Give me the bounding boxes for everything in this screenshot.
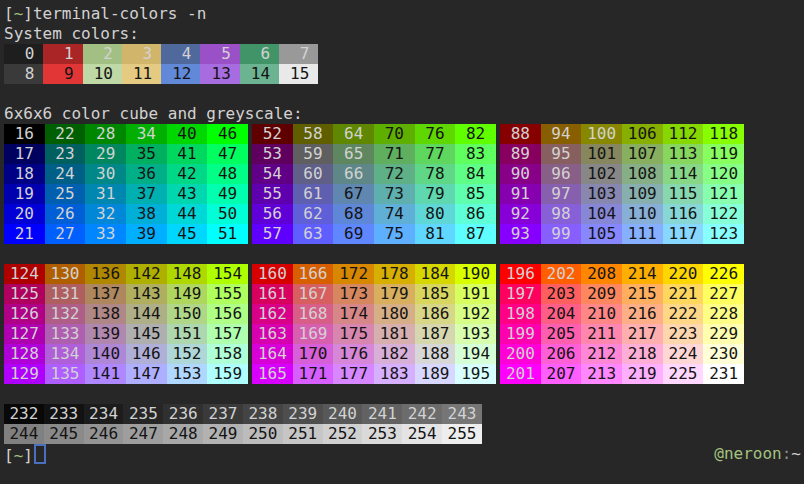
color-cell-206: 206 — [541, 344, 582, 364]
color-cell-57: 57 — [252, 224, 293, 244]
color-cell-9: 9 — [43, 64, 82, 84]
color-cell-249: 249 — [203, 424, 243, 444]
color-cell-199: 199 — [500, 324, 541, 344]
color-cell-121: 121 — [703, 184, 744, 204]
terminal-screen[interactable]: [~]terminal-colors -n System colors: 012… — [0, 0, 804, 484]
color-cell-124: 124 — [4, 264, 45, 284]
color-cell-254: 254 — [402, 424, 442, 444]
color-cell-218: 218 — [622, 344, 663, 364]
color-cell-97: 97 — [541, 184, 582, 204]
color-cell-99: 99 — [541, 224, 582, 244]
color-cell-181: 181 — [374, 324, 415, 344]
color-cell-126: 126 — [4, 304, 45, 324]
color-cell-84: 84 — [455, 164, 496, 184]
color-cell-77: 77 — [415, 144, 456, 164]
cube-row: 129135141147153159 — [4, 364, 248, 384]
color-cell-250: 250 — [243, 424, 283, 444]
color-cell-75: 75 — [374, 224, 415, 244]
color-cell-204: 204 — [541, 304, 582, 324]
color-cell-98: 98 — [541, 204, 582, 224]
color-cell-80: 80 — [415, 204, 456, 224]
color-cell-173: 173 — [333, 284, 374, 304]
color-cell-101: 101 — [581, 144, 622, 164]
cube-row: 566268748086 — [252, 204, 496, 224]
color-cell-86: 86 — [455, 204, 496, 224]
cube-row: 162228344046 — [4, 124, 248, 144]
color-cell-56: 56 — [252, 204, 293, 224]
color-cell-161: 161 — [252, 284, 293, 304]
cube-row: 163169175181187193 — [252, 324, 496, 344]
color-cell-18: 18 — [4, 164, 45, 184]
color-cell-4: 4 — [161, 44, 200, 64]
color-cell-175: 175 — [333, 324, 374, 344]
color-cell-23: 23 — [45, 144, 86, 164]
color-cell-2: 2 — [83, 44, 122, 64]
cube-row: 556167737985 — [252, 184, 496, 204]
color-cell-70: 70 — [374, 124, 415, 144]
status-user: @neroon — [714, 444, 781, 463]
terminal-cursor[interactable] — [34, 444, 46, 464]
color-cell-24: 24 — [45, 164, 86, 184]
color-cell-180: 180 — [374, 304, 415, 324]
color-cell-113: 113 — [663, 144, 704, 164]
color-cell-177: 177 — [333, 364, 374, 384]
status-right: @neroon:~ — [714, 444, 801, 464]
color-cell-85: 85 — [455, 184, 496, 204]
color-cell-155: 155 — [207, 284, 248, 304]
color-cell-201: 201 — [500, 364, 541, 384]
color-cell-48: 48 — [207, 164, 248, 184]
cube-block-16: 1622283440461723293541471824303642481925… — [4, 124, 248, 244]
color-cell-25: 25 — [45, 184, 86, 204]
blank-line — [0, 84, 804, 104]
color-cell-253: 253 — [362, 424, 402, 444]
color-cell-20: 20 — [4, 204, 45, 224]
cube-section-lower: 1241301361421481541251311371431491551261… — [4, 264, 804, 384]
color-cell-232: 232 — [4, 404, 44, 424]
system-colors-label: System colors: — [0, 24, 804, 44]
color-cell-216: 216 — [622, 304, 663, 324]
color-cell-123: 123 — [703, 224, 744, 244]
prompt-bracket-open: [ — [4, 446, 14, 465]
color-cell-31: 31 — [85, 184, 126, 204]
cube-row: 197203209215221227 — [500, 284, 744, 304]
color-cell-255: 255 — [442, 424, 482, 444]
color-cell-83: 83 — [455, 144, 496, 164]
color-cell-138: 138 — [85, 304, 126, 324]
color-cell-248: 248 — [163, 424, 203, 444]
color-cell-64: 64 — [333, 124, 374, 144]
color-cell-149: 149 — [167, 284, 208, 304]
color-cell-26: 26 — [45, 204, 86, 224]
color-cell-109: 109 — [622, 184, 663, 204]
color-cell-200: 200 — [500, 344, 541, 364]
color-cell-156: 156 — [207, 304, 248, 324]
cube-row: 546066727884 — [252, 164, 496, 184]
color-cell-158: 158 — [207, 344, 248, 364]
color-cell-90: 90 — [500, 164, 541, 184]
color-cell-66: 66 — [333, 164, 374, 184]
cube-row: 128134140146152158 — [4, 344, 248, 364]
color-cell-8: 8 — [4, 64, 43, 84]
color-cell-82: 82 — [455, 124, 496, 144]
color-cell-183: 183 — [374, 364, 415, 384]
color-cell-228: 228 — [703, 304, 744, 324]
color-cell-6: 6 — [240, 44, 279, 64]
color-cell-231: 231 — [703, 364, 744, 384]
color-cell-44: 44 — [167, 204, 208, 224]
color-cell-242: 242 — [402, 404, 442, 424]
color-cell-122: 122 — [703, 204, 744, 224]
color-cell-174: 174 — [333, 304, 374, 324]
color-cell-152: 152 — [167, 344, 208, 364]
color-cell-110: 110 — [622, 204, 663, 224]
cube-row: 164170176182188194 — [252, 344, 496, 364]
color-cell-71: 71 — [374, 144, 415, 164]
color-cell-117: 117 — [663, 224, 704, 244]
prompt-bracket-close: ] — [23, 4, 33, 23]
status-colon: : — [782, 444, 792, 463]
color-cell-144: 144 — [126, 304, 167, 324]
color-cell-39: 39 — [126, 224, 167, 244]
cube-row: 198204210216222228 — [500, 304, 744, 324]
cube-row: 525864707682 — [252, 124, 496, 144]
color-cell-252: 252 — [323, 424, 363, 444]
color-cell-38: 38 — [126, 204, 167, 224]
color-cell-170: 170 — [293, 344, 334, 364]
